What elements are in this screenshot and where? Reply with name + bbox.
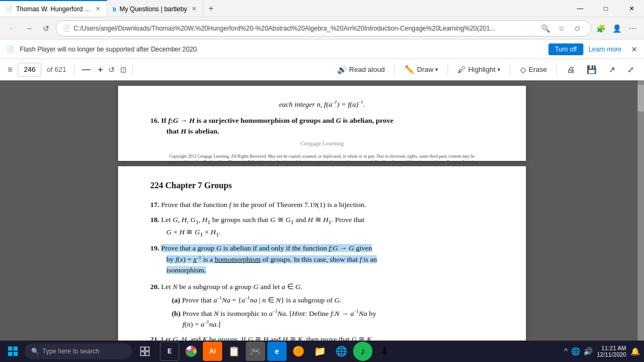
- tab-bartleby-close[interactable]: ✕: [191, 4, 197, 13]
- read-aloud-button[interactable]: 🔊 Read aloud: [333, 62, 390, 77]
- problem-20b-label: (b): [172, 309, 181, 317]
- taskbar-search-icon: 🔍: [31, 348, 39, 355]
- highlight-chevron-icon[interactable]: ▾: [497, 67, 500, 72]
- problem-20-num: 20.: [150, 283, 159, 291]
- problem-18: 18. Let G, H, G1, H1 be groups such that…: [150, 215, 494, 239]
- taskbar-download-icon[interactable]: ⬇: [375, 342, 394, 361]
- close-button[interactable]: ✕: [619, 0, 644, 17]
- problem-21-num: 21.: [150, 335, 159, 341]
- fullscreen-button[interactable]: ⤢: [623, 62, 639, 77]
- taskbar-spotify-icon[interactable]: ♪: [353, 342, 372, 361]
- tab-pdf[interactable]: 📄 Thomas W. Hungerford - Abstra ✕: [0, 0, 107, 17]
- svg-rect-4: [141, 347, 144, 351]
- draw-label: Draw: [417, 65, 433, 73]
- minimize-button[interactable]: —: [568, 0, 592, 17]
- turn-off-button[interactable]: Turn off: [548, 43, 583, 55]
- rotate-view-icon[interactable]: ↺: [108, 65, 115, 74]
- svg-rect-2: [8, 352, 12, 356]
- taskbar-files-icon[interactable]: 📁: [310, 342, 330, 361]
- svg-rect-7: [145, 352, 149, 356]
- draw-chevron-icon[interactable]: ▾: [435, 67, 438, 72]
- fit-page-icon[interactable]: ⊡: [120, 65, 127, 74]
- taskbar-search[interactable]: 🔍 Type here to search: [25, 343, 132, 359]
- url-actions: 🔍 ☆ ✩: [538, 21, 584, 35]
- page2-content: 224 Chapter 7 Groups 17. Prove that the …: [150, 179, 494, 341]
- print-button[interactable]: 🖨: [562, 62, 579, 77]
- maximize-button[interactable]: □: [594, 0, 618, 17]
- problem-16-content: If f:G → H is a surjective homomorphism …: [161, 116, 393, 124]
- url-bar[interactable]: 📄 C:/Users/angel/Downloads/Thomas%20W.%2…: [56, 20, 591, 36]
- refresh-button[interactable]: ↺: [39, 21, 54, 36]
- highlight-icon: 🖊: [458, 65, 466, 74]
- problem-17: 17. Prove that the function f in the pro…: [150, 200, 494, 210]
- volume-icon[interactable]: 🔊: [583, 347, 592, 356]
- account-icon[interactable]: 👤: [610, 21, 624, 35]
- caret-up-icon[interactable]: ^: [564, 347, 568, 356]
- problem-19-num: 19.: [150, 244, 159, 252]
- tab-bartleby[interactable]: b My Questions | bartleby ✕: [107, 0, 203, 17]
- tab-bartleby-icon: b: [113, 6, 116, 12]
- taskbar-chrome2-icon[interactable]: 🌐: [332, 342, 351, 361]
- hamburger-menu-icon[interactable]: ≡: [5, 63, 14, 77]
- network-icon[interactable]: 🌐: [571, 347, 580, 356]
- highlight-button[interactable]: 🖊 Highlight ▾: [453, 62, 504, 77]
- zoom-in-button[interactable]: +: [96, 65, 105, 75]
- save-button[interactable]: 💾: [582, 62, 601, 77]
- problem-19-line3: isomorphism.: [150, 265, 494, 276]
- read-aloud-label: Read aloud: [349, 65, 385, 73]
- title-bar: 📄 Thomas W. Hungerford - Abstra ✕ b My Q…: [0, 0, 644, 17]
- taskbar-date-text: 12/11/2020: [597, 351, 626, 358]
- separator-1: [74, 63, 75, 76]
- scroll-thumb[interactable]: [638, 85, 644, 112]
- extensions-icon[interactable]: 🧩: [594, 21, 608, 35]
- bookmark-icon[interactable]: ✩: [570, 21, 584, 35]
- taskbar-app7-icon[interactable]: 🟠: [289, 342, 308, 361]
- problem-19-line2: by f(x) = x–1 is a homomorphism of group…: [150, 254, 494, 265]
- new-tab-button[interactable]: +: [203, 4, 219, 13]
- taskbar-ai-icon[interactable]: Ai: [203, 342, 222, 361]
- start-button[interactable]: [4, 343, 21, 360]
- taskbar-time-display[interactable]: 11:21 AM 12/11/2020: [597, 345, 626, 358]
- zoom-out-button[interactable]: —: [80, 65, 93, 75]
- svg-rect-6: [141, 352, 144, 356]
- problem-18-num: 18.: [150, 216, 159, 224]
- taskbar-clipboard-icon[interactable]: 📋: [224, 342, 244, 361]
- notification-close-icon[interactable]: ✕: [631, 45, 638, 54]
- page1-header-text: each integer n, f(a–1) = f(a)–1.: [150, 99, 494, 110]
- task-view-button[interactable]: [135, 342, 155, 361]
- pdf-page-1: each integer n, f(a–1) = f(a)–1. 16. If …: [118, 86, 526, 161]
- svg-rect-3: [13, 352, 18, 356]
- problem-21-text: 21. Let G, H, and K be groups. If G ≅ H …: [150, 334, 494, 341]
- taskbar-epic-icon[interactable]: E: [160, 342, 179, 361]
- erase-label: Erase: [529, 65, 547, 73]
- back-button[interactable]: ←: [4, 21, 19, 36]
- problem-16-text: 16. If f:G → H is a surjective homomorph…: [150, 115, 494, 126]
- problem-19-line3-highlighted: isomorphism.: [166, 266, 206, 274]
- problem-20b-line2: f(n) = a–1na.]: [150, 319, 494, 330]
- tab-pdf-close[interactable]: ✕: [94, 4, 101, 13]
- taskbar-chrome-icon[interactable]: [181, 342, 201, 361]
- page-number-input[interactable]: [18, 63, 41, 77]
- erase-button[interactable]: ◇ Erase: [516, 62, 551, 77]
- share-button[interactable]: ↗: [604, 62, 620, 77]
- separator-3: [394, 63, 395, 76]
- settings-icon[interactable]: ⋯: [626, 21, 640, 35]
- fullscreen-icon: ⤢: [627, 65, 634, 75]
- print-icon: 🖨: [567, 65, 575, 74]
- problem-19: 19. Prove that a group G is abelian if a…: [150, 243, 494, 276]
- forward-button[interactable]: →: [21, 21, 36, 36]
- draw-button[interactable]: ✏️ Draw ▾: [400, 62, 442, 77]
- chapter-header: 224 Chapter 7 Groups: [150, 179, 494, 192]
- learn-more-link[interactable]: Learn more: [589, 46, 621, 53]
- notification-bell-icon[interactable]: 🔔: [631, 347, 640, 356]
- problem-16-line2: that H is abelian.: [150, 126, 494, 137]
- cengage-watermark: Cengage Learning: [150, 139, 494, 148]
- separator-6: [557, 63, 557, 76]
- search-url-icon[interactable]: 🔍: [538, 21, 552, 35]
- taskbar-app5-icon[interactable]: 🎮: [246, 342, 265, 361]
- star-icon[interactable]: ☆: [554, 21, 568, 35]
- scroll-track[interactable]: [638, 80, 644, 341]
- svg-rect-5: [145, 347, 149, 351]
- taskbar-edge-icon[interactable]: e: [267, 342, 287, 361]
- problem-19-line2-highlighted: by f(x) = x–1 is a homomorphism of group…: [166, 255, 377, 263]
